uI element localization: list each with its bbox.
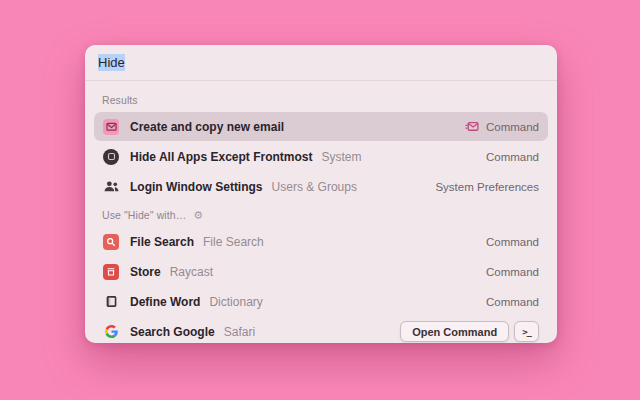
list-item[interactable]: Login Window Settings Users & Groups Sys…: [94, 172, 548, 201]
section-title: Use "Hide" with…: [102, 209, 186, 221]
item-title: Store: [130, 265, 161, 279]
item-title: File Search: [130, 235, 194, 249]
terminal-prompt-icon[interactable]: >_: [514, 321, 539, 342]
email-send-icon: [465, 121, 479, 133]
item-accessory: Command: [486, 296, 539, 308]
item-title: Hide All Apps Except Frontmost: [130, 150, 312, 164]
list-item[interactable]: File Search File Search Command: [94, 227, 548, 256]
item-accessory: Command: [486, 151, 539, 163]
file-search-icon: [103, 234, 119, 250]
section-header-results: Results: [94, 87, 548, 112]
item-title: Search Google: [130, 325, 215, 339]
dictionary-icon: [103, 294, 119, 310]
search-value: Hide: [98, 55, 125, 70]
item-subtitle: File Search: [203, 235, 264, 249]
raycast-launcher-window: Hide Results Create and copy new email C…: [85, 45, 557, 343]
list-item[interactable]: Define Word Dictionary Command: [94, 287, 548, 316]
search-input[interactable]: Hide: [85, 45, 557, 81]
list-item[interactable]: Create and copy new email Command: [94, 112, 548, 141]
email-icon: [103, 119, 119, 135]
users-groups-icon: [103, 179, 119, 195]
hide-apps-icon: [103, 149, 119, 165]
item-accessory: System Preferences: [435, 181, 539, 193]
results-list: Results Create and copy new email Comman…: [85, 81, 557, 343]
item-subtitle: Safari: [224, 325, 255, 339]
store-icon: [103, 264, 119, 280]
open-command-button[interactable]: Open Command: [400, 321, 509, 342]
list-item[interactable]: Store Raycast Command: [94, 257, 548, 286]
item-title: Define Word: [130, 295, 200, 309]
list-item[interactable]: Hide All Apps Except Frontmost System Co…: [94, 142, 548, 171]
section-title: Results: [102, 94, 138, 106]
settings-gear-icon[interactable]: ⚙: [193, 210, 203, 221]
item-subtitle: Dictionary: [209, 295, 262, 309]
item-accessory: Command: [486, 236, 539, 248]
item-accessory: Command: [465, 121, 539, 133]
item-subtitle: System: [321, 150, 361, 164]
item-subtitle: Users & Groups: [272, 180, 357, 194]
item-accessory: Command: [486, 266, 539, 278]
list-item[interactable]: Search Google Safari Open Command >_: [94, 317, 548, 343]
item-subtitle: Raycast: [170, 265, 213, 279]
section-header-use-with: Use "Hide" with… ⚙: [94, 202, 548, 227]
google-icon: [103, 324, 119, 340]
item-title: Create and copy new email: [130, 120, 284, 134]
item-title: Login Window Settings: [130, 180, 263, 194]
action-hint-buttons: Open Command >_: [400, 321, 539, 342]
